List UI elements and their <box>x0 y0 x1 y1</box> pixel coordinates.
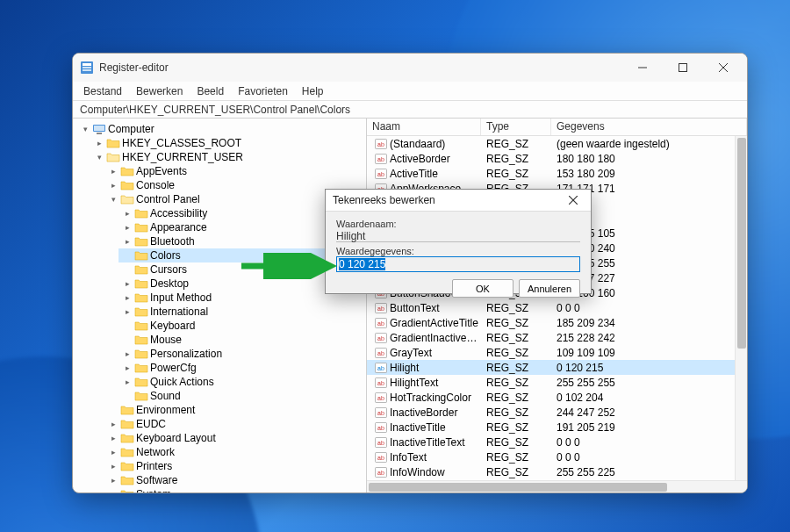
menu-beeld[interactable]: Beeld <box>190 83 231 99</box>
header-name[interactable]: Naam <box>367 119 481 135</box>
folder-icon <box>120 178 134 192</box>
value-data: 0 0 0 <box>551 436 747 449</box>
chevron-right-icon[interactable]: ▸ <box>122 349 133 359</box>
chevron-right-icon[interactable]: ▸ <box>94 138 104 148</box>
window-title: Register-editor <box>99 61 622 74</box>
horizontal-scrollbar[interactable] <box>367 480 747 492</box>
svg-text:ab: ab <box>377 440 384 446</box>
tree-root[interactable]: ▾ Computer <box>76 122 366 136</box>
tree-item[interactable]: ▸Network <box>104 445 366 459</box>
vertical-scrollbar[interactable] <box>735 136 747 480</box>
table-row[interactable]: abHotTrackingColorREG_SZ0 102 204 <box>367 390 747 405</box>
tree-item[interactable]: ▸Software <box>104 473 366 487</box>
chevron-right-icon[interactable]: ▸ <box>108 447 118 457</box>
ok-button[interactable]: OK <box>452 279 514 298</box>
tree-item[interactable]: ▾HKEY_CURRENT_USER <box>90 150 366 164</box>
chevron-down-icon[interactable]: ▾ <box>80 124 90 134</box>
tree-item[interactable]: Mouse <box>118 333 366 347</box>
chevron-right-icon[interactable]: ▸ <box>108 461 118 471</box>
table-row[interactable]: ab(Standaard)REG_SZ(geen waarde ingestel… <box>367 136 747 151</box>
string-value-icon: ab <box>374 450 388 464</box>
table-row[interactable]: abHilightREG_SZ0 120 215 <box>367 360 747 375</box>
tree-item[interactable]: ▸Keyboard Layout <box>104 431 366 445</box>
tree-item[interactable]: ▸Quick Actions <box>118 375 366 389</box>
value-type: REG_SZ <box>481 302 551 314</box>
table-row[interactable]: abInactiveTitleTextREG_SZ0 0 0 <box>367 435 747 449</box>
tree-item-label: Environment <box>136 404 195 416</box>
close-button[interactable] <box>703 54 743 82</box>
string-value-icon: ab <box>374 391 388 405</box>
chevron-right-icon[interactable]: ▸ <box>122 208 133 219</box>
scrollbar-thumb[interactable] <box>737 138 746 349</box>
dialog-close-button[interactable] <box>563 190 584 211</box>
table-row[interactable]: abActiveBorderREG_SZ180 180 180 <box>367 151 747 166</box>
value-list[interactable]: ab(Standaard)REG_SZ(geen waarde ingestel… <box>367 136 747 480</box>
tree-item[interactable]: Environment <box>104 403 366 417</box>
table-row[interactable]: abActiveTitleREG_SZ153 180 209 <box>367 166 747 181</box>
table-row[interactable]: abInfoWindowREG_SZ255 255 225 <box>367 464 747 479</box>
value-data-input[interactable]: 0 120 215 <box>336 256 580 272</box>
chevron-right-icon[interactable]: ▸ <box>108 489 118 492</box>
chevron-right-icon[interactable]: ▸ <box>108 433 118 443</box>
header-type[interactable]: Type <box>481 119 551 135</box>
tree-item-label: Printers <box>136 460 172 472</box>
tree-item[interactable]: ▸PowerCfg <box>118 361 366 375</box>
tree-item[interactable]: ▸System <box>104 487 366 492</box>
tree-item-label: Colors <box>150 249 181 262</box>
chevron-right-icon[interactable]: ▸ <box>108 180 118 191</box>
tree-item[interactable]: Sound <box>118 389 366 403</box>
tree-item[interactable]: ▸Personalization <box>118 347 366 361</box>
value-name: ActiveBorder <box>390 153 450 165</box>
tree-item[interactable]: ▸International <box>118 305 366 319</box>
string-value-icon: ab <box>374 421 388 435</box>
chevron-right-icon[interactable]: ▸ <box>122 236 133 247</box>
dialog-buttons: OK Annuleren <box>326 277 591 303</box>
chevron-right-icon[interactable]: ▸ <box>122 306 133 317</box>
table-row[interactable]: abInactiveTitleREG_SZ191 205 219 <box>367 420 747 435</box>
chevron-down-icon[interactable]: ▾ <box>94 152 104 162</box>
value-name-field: Hilight <box>336 229 580 242</box>
chevron-right-icon[interactable]: ▸ <box>122 292 133 303</box>
tree-item-label: Quick Actions <box>150 376 214 388</box>
chevron-right-icon[interactable]: ▸ <box>122 377 133 387</box>
table-row[interactable]: abInfoTextREG_SZ0 0 0 <box>367 449 747 464</box>
tree-item[interactable]: ▸Printers <box>104 459 366 473</box>
folder-icon <box>134 361 148 375</box>
menu-help[interactable]: Help <box>295 83 331 99</box>
table-row[interactable]: abGradientActiveTitleREG_SZ185 209 234 <box>367 315 747 330</box>
value-name: Hilight <box>390 362 419 374</box>
tree-panel[interactable]: ▾ Computer ▸HKEY_CLASSES_ROOT▾HKEY_CURRE… <box>73 119 367 492</box>
chevron-right-icon[interactable]: ▸ <box>122 363 133 373</box>
tree-item[interactable]: ▸AppEvents <box>104 164 366 178</box>
value-name: InfoText <box>390 451 427 464</box>
chevron-right-icon[interactable]: ▸ <box>108 166 118 176</box>
chevron-right-icon[interactable]: ▸ <box>122 222 133 233</box>
tree-item[interactable]: Keyboard <box>118 319 366 333</box>
chevron-right-icon[interactable]: ▸ <box>108 419 118 429</box>
menu-bewerken[interactable]: Bewerken <box>129 83 190 99</box>
cancel-button[interactable]: Annuleren <box>519 279 580 298</box>
tree-item[interactable]: ▸HKEY_CLASSES_ROOT <box>90 136 366 150</box>
menu-favorieten[interactable]: Favorieten <box>231 83 295 99</box>
header-data[interactable]: Gegevens <box>551 119 747 135</box>
scrollbar-thumb[interactable] <box>369 483 667 492</box>
tree-item-label: HKEY_CURRENT_USER <box>122 151 243 163</box>
dialog-titlebar[interactable]: Tekenreeks bewerken <box>326 190 591 212</box>
value-header[interactable]: Naam Type Gegevens <box>367 119 747 136</box>
table-row[interactable]: abInactiveBorderREG_SZ244 247 252 <box>367 405 747 420</box>
table-row[interactable]: abHilightTextREG_SZ255 255 255 <box>367 375 747 390</box>
svg-text:ab: ab <box>377 470 384 476</box>
table-row[interactable]: abGradientInactive…REG_SZ215 228 242 <box>367 330 747 345</box>
value-data-label: Waardegegevens: <box>336 246 580 256</box>
chevron-down-icon[interactable]: ▾ <box>108 194 118 205</box>
tree-item[interactable]: ▸EUDC <box>104 417 366 431</box>
address-bar[interactable]: Computer\HKEY_CURRENT_USER\Control Panel… <box>73 101 747 119</box>
chevron-right-icon[interactable]: ▸ <box>108 475 118 485</box>
chevron-right-icon[interactable]: ▸ <box>122 278 133 289</box>
table-row[interactable]: abGrayTextREG_SZ109 109 109 <box>367 345 747 360</box>
value-name-label: Waardenaam: <box>336 219 580 229</box>
minimize-button[interactable] <box>622 54 663 82</box>
titlebar[interactable]: Register-editor <box>73 54 747 82</box>
menu-bestand[interactable]: Bestand <box>76 83 129 99</box>
maximize-button[interactable] <box>663 54 703 82</box>
